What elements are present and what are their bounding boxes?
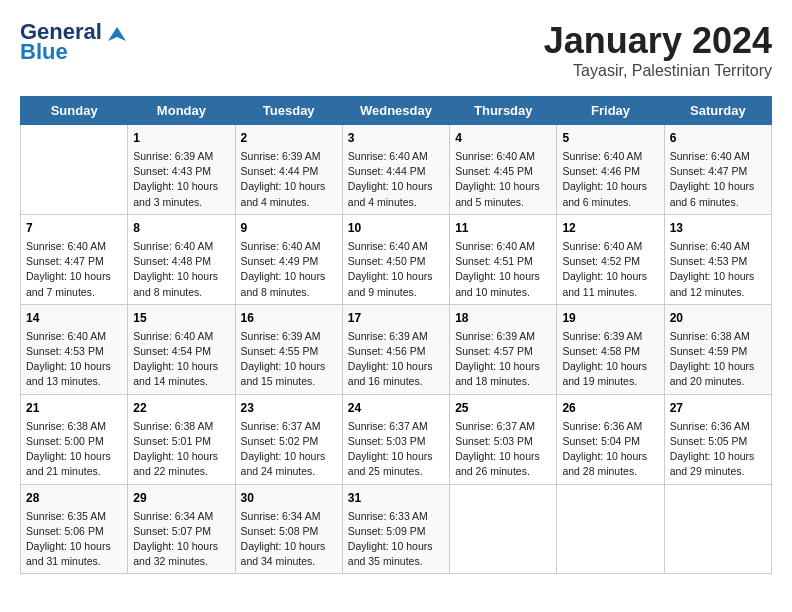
calendar-cell: 2Sunrise: 6:39 AMSunset: 4:44 PMDaylight… — [235, 125, 342, 215]
calendar-title: January 2024 — [544, 20, 772, 62]
calendar-cell — [450, 484, 557, 574]
day-of-week-saturday: Saturday — [664, 97, 771, 125]
day-info: Sunrise: 6:39 AMSunset: 4:43 PMDaylight:… — [133, 149, 229, 210]
calendar-cell: 27Sunrise: 6:36 AMSunset: 5:05 PMDayligh… — [664, 394, 771, 484]
day-number: 24 — [348, 399, 444, 417]
title-block: January 2024 Tayasir, Palestinian Territ… — [544, 20, 772, 80]
calendar-cell: 22Sunrise: 6:38 AMSunset: 5:01 PMDayligh… — [128, 394, 235, 484]
day-number: 11 — [455, 219, 551, 237]
day-number: 31 — [348, 489, 444, 507]
calendar-cell: 6Sunrise: 6:40 AMSunset: 4:47 PMDaylight… — [664, 125, 771, 215]
calendar-cell: 21Sunrise: 6:38 AMSunset: 5:00 PMDayligh… — [21, 394, 128, 484]
calendar-cell: 18Sunrise: 6:39 AMSunset: 4:57 PMDayligh… — [450, 304, 557, 394]
day-info: Sunrise: 6:40 AMSunset: 4:53 PMDaylight:… — [26, 329, 122, 390]
day-number: 10 — [348, 219, 444, 237]
day-number: 9 — [241, 219, 337, 237]
day-of-week-monday: Monday — [128, 97, 235, 125]
calendar-cell: 13Sunrise: 6:40 AMSunset: 4:53 PMDayligh… — [664, 214, 771, 304]
day-of-week-tuesday: Tuesday — [235, 97, 342, 125]
day-info: Sunrise: 6:40 AMSunset: 4:50 PMDaylight:… — [348, 239, 444, 300]
calendar-cell: 8Sunrise: 6:40 AMSunset: 4:48 PMDaylight… — [128, 214, 235, 304]
day-info: Sunrise: 6:40 AMSunset: 4:47 PMDaylight:… — [26, 239, 122, 300]
logo: General Blue — [20, 20, 126, 64]
day-number: 27 — [670, 399, 766, 417]
day-number: 12 — [562, 219, 658, 237]
calendar-cell: 17Sunrise: 6:39 AMSunset: 4:56 PMDayligh… — [342, 304, 449, 394]
calendar-cell: 10Sunrise: 6:40 AMSunset: 4:50 PMDayligh… — [342, 214, 449, 304]
calendar-body: 1Sunrise: 6:39 AMSunset: 4:43 PMDaylight… — [21, 125, 772, 574]
day-number: 4 — [455, 129, 551, 147]
calendar-cell: 24Sunrise: 6:37 AMSunset: 5:03 PMDayligh… — [342, 394, 449, 484]
day-number: 18 — [455, 309, 551, 327]
day-number: 20 — [670, 309, 766, 327]
day-info: Sunrise: 6:40 AMSunset: 4:53 PMDaylight:… — [670, 239, 766, 300]
day-info: Sunrise: 6:40 AMSunset: 4:54 PMDaylight:… — [133, 329, 229, 390]
day-info: Sunrise: 6:37 AMSunset: 5:03 PMDaylight:… — [348, 419, 444, 480]
calendar-week-1: 1Sunrise: 6:39 AMSunset: 4:43 PMDaylight… — [21, 125, 772, 215]
calendar-cell: 1Sunrise: 6:39 AMSunset: 4:43 PMDaylight… — [128, 125, 235, 215]
calendar-week-5: 28Sunrise: 6:35 AMSunset: 5:06 PMDayligh… — [21, 484, 772, 574]
calendar-week-4: 21Sunrise: 6:38 AMSunset: 5:00 PMDayligh… — [21, 394, 772, 484]
calendar-cell: 26Sunrise: 6:36 AMSunset: 5:04 PMDayligh… — [557, 394, 664, 484]
day-info: Sunrise: 6:33 AMSunset: 5:09 PMDaylight:… — [348, 509, 444, 570]
day-info: Sunrise: 6:36 AMSunset: 5:04 PMDaylight:… — [562, 419, 658, 480]
day-info: Sunrise: 6:34 AMSunset: 5:08 PMDaylight:… — [241, 509, 337, 570]
day-number: 21 — [26, 399, 122, 417]
day-of-week-thursday: Thursday — [450, 97, 557, 125]
calendar-table: SundayMondayTuesdayWednesdayThursdayFrid… — [20, 96, 772, 574]
day-of-week-wednesday: Wednesday — [342, 97, 449, 125]
day-number: 2 — [241, 129, 337, 147]
day-number: 16 — [241, 309, 337, 327]
calendar-cell: 9Sunrise: 6:40 AMSunset: 4:49 PMDaylight… — [235, 214, 342, 304]
day-info: Sunrise: 6:39 AMSunset: 4:55 PMDaylight:… — [241, 329, 337, 390]
calendar-cell: 7Sunrise: 6:40 AMSunset: 4:47 PMDaylight… — [21, 214, 128, 304]
day-number: 26 — [562, 399, 658, 417]
day-info: Sunrise: 6:39 AMSunset: 4:44 PMDaylight:… — [241, 149, 337, 210]
day-number: 29 — [133, 489, 229, 507]
day-number: 1 — [133, 129, 229, 147]
day-number: 8 — [133, 219, 229, 237]
calendar-cell: 12Sunrise: 6:40 AMSunset: 4:52 PMDayligh… — [557, 214, 664, 304]
day-number: 17 — [348, 309, 444, 327]
day-info: Sunrise: 6:35 AMSunset: 5:06 PMDaylight:… — [26, 509, 122, 570]
day-info: Sunrise: 6:40 AMSunset: 4:44 PMDaylight:… — [348, 149, 444, 210]
logo-blue: Blue — [20, 40, 126, 64]
day-number: 25 — [455, 399, 551, 417]
calendar-cell: 23Sunrise: 6:37 AMSunset: 5:02 PMDayligh… — [235, 394, 342, 484]
day-number: 3 — [348, 129, 444, 147]
day-info: Sunrise: 6:40 AMSunset: 4:49 PMDaylight:… — [241, 239, 337, 300]
day-info: Sunrise: 6:40 AMSunset: 4:47 PMDaylight:… — [670, 149, 766, 210]
day-info: Sunrise: 6:36 AMSunset: 5:05 PMDaylight:… — [670, 419, 766, 480]
calendar-cell — [664, 484, 771, 574]
day-header-row: SundayMondayTuesdayWednesdayThursdayFrid… — [21, 97, 772, 125]
calendar-cell — [21, 125, 128, 215]
day-info: Sunrise: 6:40 AMSunset: 4:52 PMDaylight:… — [562, 239, 658, 300]
calendar-cell: 4Sunrise: 6:40 AMSunset: 4:45 PMDaylight… — [450, 125, 557, 215]
calendar-cell: 25Sunrise: 6:37 AMSunset: 5:03 PMDayligh… — [450, 394, 557, 484]
calendar-cell: 29Sunrise: 6:34 AMSunset: 5:07 PMDayligh… — [128, 484, 235, 574]
day-info: Sunrise: 6:37 AMSunset: 5:02 PMDaylight:… — [241, 419, 337, 480]
calendar-cell: 20Sunrise: 6:38 AMSunset: 4:59 PMDayligh… — [664, 304, 771, 394]
calendar-subtitle: Tayasir, Palestinian Territory — [544, 62, 772, 80]
day-number: 28 — [26, 489, 122, 507]
day-info: Sunrise: 6:40 AMSunset: 4:46 PMDaylight:… — [562, 149, 658, 210]
day-number: 30 — [241, 489, 337, 507]
day-info: Sunrise: 6:40 AMSunset: 4:45 PMDaylight:… — [455, 149, 551, 210]
calendar-cell — [557, 484, 664, 574]
calendar-cell: 31Sunrise: 6:33 AMSunset: 5:09 PMDayligh… — [342, 484, 449, 574]
calendar-cell: 16Sunrise: 6:39 AMSunset: 4:55 PMDayligh… — [235, 304, 342, 394]
day-number: 14 — [26, 309, 122, 327]
day-number: 23 — [241, 399, 337, 417]
day-number: 15 — [133, 309, 229, 327]
calendar-cell: 30Sunrise: 6:34 AMSunset: 5:08 PMDayligh… — [235, 484, 342, 574]
day-of-week-friday: Friday — [557, 97, 664, 125]
calendar-cell: 28Sunrise: 6:35 AMSunset: 5:06 PMDayligh… — [21, 484, 128, 574]
calendar-week-3: 14Sunrise: 6:40 AMSunset: 4:53 PMDayligh… — [21, 304, 772, 394]
calendar-cell: 5Sunrise: 6:40 AMSunset: 4:46 PMDaylight… — [557, 125, 664, 215]
calendar-cell: 3Sunrise: 6:40 AMSunset: 4:44 PMDaylight… — [342, 125, 449, 215]
day-number: 19 — [562, 309, 658, 327]
day-info: Sunrise: 6:39 AMSunset: 4:58 PMDaylight:… — [562, 329, 658, 390]
calendar-cell: 11Sunrise: 6:40 AMSunset: 4:51 PMDayligh… — [450, 214, 557, 304]
day-info: Sunrise: 6:40 AMSunset: 4:51 PMDaylight:… — [455, 239, 551, 300]
calendar-cell: 14Sunrise: 6:40 AMSunset: 4:53 PMDayligh… — [21, 304, 128, 394]
